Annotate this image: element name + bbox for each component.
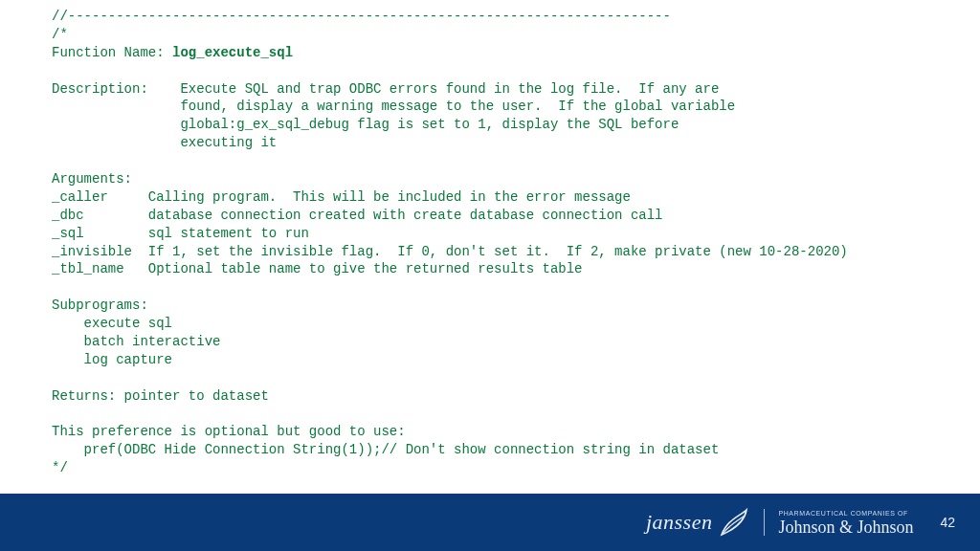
code-rule: //--------------------------------------… (52, 9, 671, 24)
code-arg-1: _caller Calling program. This will be in… (52, 189, 631, 205)
code-arg-3: _sql sql statement to run (52, 226, 309, 241)
code-sub-3: log capture (52, 352, 172, 367)
jnj-tagline: pharmaceutical companies of (778, 510, 908, 517)
code-block: //--------------------------------------… (52, 8, 928, 477)
code-args-hdr: Arguments: (52, 171, 132, 187)
code-fn-label: Function Name: (52, 45, 172, 60)
brand-group: janssen pharmaceutical companies of John… (646, 506, 914, 539)
page-number: 42 (940, 515, 955, 530)
code-desc-2: found, display a warning message to the … (52, 99, 735, 114)
code-desc-3: global:g_ex_sql_debug flag is set to 1, … (52, 117, 679, 132)
code-close: */ (52, 460, 68, 475)
code-arg-5: _tbl_name Optional table name to give th… (52, 261, 583, 276)
code-desc-1: Description: Execute SQL and trap ODBC e… (52, 81, 719, 97)
jnj-logo: pharmaceutical companies of Johnson & Jo… (778, 510, 913, 536)
code-arg-2: _dbc database connection created with cr… (52, 208, 663, 223)
janssen-logo: janssen (646, 506, 751, 539)
code-open: /* (52, 27, 68, 42)
footer-bar: janssen pharmaceutical companies of John… (0, 494, 980, 551)
jnj-wordmark: Johnson & Johnson (778, 518, 913, 536)
code-returns: Returns: pointer to dataset (52, 388, 269, 404)
code-pref-1: This preference is optional but good to … (52, 424, 406, 439)
code-sub-2: batch interactive (52, 334, 220, 349)
slide: //--------------------------------------… (0, 0, 980, 551)
janssen-wordmark: janssen (646, 510, 713, 535)
code-desc-4: executing it (52, 135, 277, 150)
code-pref-2: pref(ODBC Hide Connection String(1));// … (52, 442, 719, 457)
brand-divider (764, 509, 765, 536)
code-fn-name: log_execute_sql (172, 45, 293, 60)
janssen-icon (718, 506, 750, 539)
code-arg-4: _invisible If 1, set the invisible flag.… (52, 244, 848, 259)
code-sub-hdr: Subprograms: (52, 298, 148, 313)
code-sub-1: execute sql (52, 316, 172, 331)
